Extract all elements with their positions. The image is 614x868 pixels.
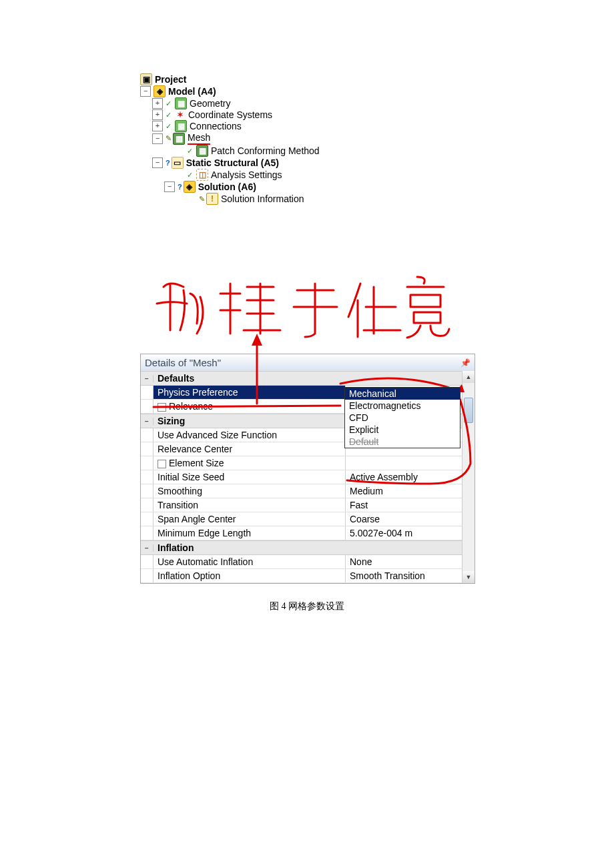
prop-name: Use Automatic Inflation: [154, 555, 346, 568]
info-icon: !: [206, 193, 218, 205]
collapse-icon[interactable]: −: [141, 418, 154, 425]
model-icon: ◈: [154, 85, 166, 97]
tree-label: Geometry: [190, 98, 230, 109]
check-icon: ✓: [166, 99, 174, 107]
collapse-icon[interactable]: −: [152, 157, 163, 168]
group-gutter: [141, 400, 154, 413]
prop-value[interactable]: 5.0027e-004 m: [346, 526, 475, 540]
coordinate-icon: ✶: [175, 109, 186, 120]
question-icon: ?: [178, 183, 182, 191]
checkbox-icon[interactable]: [158, 460, 166, 468]
prop-value[interactable]: [346, 456, 475, 470]
scroll-thumb[interactable]: [464, 398, 473, 423]
tree-item-analysis-settings[interactable]: ✓ ◫ Analysis Settings: [176, 169, 474, 181]
row-min-edge-length[interactable]: Minimum Edge Length 5.0027e-004 m: [141, 526, 475, 540]
tree-item-coordinate-systems[interactable]: + ✓ ✶ Coordinate Systems: [152, 109, 474, 120]
mesh-icon: ▦: [196, 145, 208, 157]
tree-label: Coordinate Systems: [188, 109, 272, 120]
tree-item-mesh[interactable]: − ✎ ▦ Mesh: [152, 132, 474, 145]
edit-icon: ✎: [199, 195, 205, 203]
scrollbar[interactable]: ▲ ▼: [462, 371, 475, 583]
option-electromagnetics[interactable]: Electromagnetics: [345, 400, 460, 412]
mesh-icon: ▦: [173, 133, 185, 145]
geometry-icon: ▦: [175, 97, 187, 109]
prop-name: Transition: [154, 498, 346, 512]
tree-label: Connections: [190, 121, 242, 131]
tree-item-geometry[interactable]: + ✓ ▦ Geometry: [152, 97, 474, 109]
figure-caption: 图 4 网格参数设置: [140, 600, 474, 612]
edit-icon: ✎: [166, 134, 172, 143]
expand-icon[interactable]: +: [152, 98, 163, 109]
outline-tree: ▣ Project − ◈ Model (A4) + ✓ ▦ Geometry …: [140, 73, 474, 205]
prop-value[interactable]: Fast: [346, 498, 475, 512]
pin-icon[interactable]: 📌: [460, 358, 471, 368]
group-gutter: [141, 386, 154, 399]
group-label: Defaults: [154, 372, 475, 385]
static-icon: ▭: [172, 157, 184, 169]
tree-label: Project: [155, 74, 186, 85]
check-icon: ✓: [166, 111, 174, 119]
row-initial-size-seed[interactable]: Initial Size Seed Active Assembly: [141, 470, 475, 484]
prop-name: Inflation Option: [154, 569, 346, 582]
prop-name: Smoothing: [154, 484, 346, 498]
prop-name: Relevance Center: [154, 442, 346, 456]
prop-value[interactable]: Smooth Transition: [346, 569, 475, 582]
group-inflation[interactable]: − Inflation: [141, 540, 475, 555]
prop-name: Physics Preference: [154, 386, 346, 399]
tree-item-connections[interactable]: + ✓ ▦ Connections: [152, 120, 474, 132]
prop-value[interactable]: Coarse: [346, 512, 475, 526]
expand-icon[interactable]: +: [152, 121, 163, 131]
check-icon: ✓: [187, 147, 195, 155]
project-icon: ▣: [140, 73, 152, 85]
option-default[interactable]: Default: [345, 436, 460, 448]
group-gutter: [141, 484, 154, 498]
tree-label: Static Structural (A5): [186, 157, 279, 168]
collapse-icon[interactable]: −: [164, 181, 175, 192]
group-defaults[interactable]: − Defaults: [141, 371, 475, 386]
collapse-icon[interactable]: −: [152, 133, 163, 144]
row-transition[interactable]: Transition Fast: [141, 498, 475, 512]
tree-item-solution-info[interactable]: ✎ ! Solution Information: [188, 193, 474, 205]
group-gutter: [141, 526, 154, 540]
solution-icon: ◈: [184, 181, 196, 193]
tree-item-static-structural[interactable]: − ? ▭ Static Structural (A5): [152, 157, 474, 169]
row-element-size[interactable]: Element Size: [141, 456, 475, 470]
physics-preference-dropdown[interactable]: Mechanical Electromagnetics CFD Explicit…: [344, 387, 460, 448]
analysis-icon: ◫: [196, 169, 208, 181]
scroll-down-icon[interactable]: ▼: [463, 571, 475, 583]
details-title: Details of "Mesh": [145, 357, 221, 368]
prop-name: Relevance: [154, 400, 346, 413]
svg-marker-0: [252, 334, 262, 346]
collapse-icon[interactable]: −: [141, 544, 154, 552]
checkbox-icon[interactable]: [158, 403, 166, 412]
option-cfd[interactable]: CFD: [345, 412, 460, 424]
group-gutter: [141, 442, 154, 456]
details-title-bar: Details of "Mesh" 📌: [141, 354, 475, 371]
group-gutter: [141, 456, 154, 470]
row-span-angle-center[interactable]: Span Angle Center Coarse: [141, 512, 475, 526]
group-gutter: [141, 512, 154, 526]
group-gutter: [141, 428, 154, 442]
collapse-icon[interactable]: −: [141, 375, 154, 382]
prop-value[interactable]: None: [346, 555, 475, 568]
tree-item-model[interactable]: − ◈ Model (A4): [140, 85, 474, 97]
collapse-icon[interactable]: −: [140, 86, 151, 97]
tree-item-project[interactable]: ▣ Project: [140, 73, 474, 85]
row-auto-inflation[interactable]: Use Automatic Inflation None: [141, 555, 475, 569]
prop-name: Use Advanced Size Function: [154, 428, 346, 442]
row-smoothing[interactable]: Smoothing Medium: [141, 484, 475, 498]
scroll-up-icon[interactable]: ▲: [463, 371, 475, 383]
prop-value[interactable]: Active Assembly: [346, 470, 475, 484]
prop-value[interactable]: Medium: [346, 484, 475, 498]
group-gutter: [141, 470, 154, 484]
row-inflation-option[interactable]: Inflation Option Smooth Transition: [141, 569, 475, 583]
option-mechanical[interactable]: Mechanical: [345, 388, 460, 400]
tree-label: Patch Conforming Method: [211, 145, 320, 156]
tree-label: Model (A4): [168, 86, 216, 97]
option-explicit[interactable]: Explicit: [345, 424, 460, 436]
tree-item-patch-conforming[interactable]: ✓ ▦ Patch Conforming Method: [176, 145, 474, 157]
group-gutter: [141, 498, 154, 512]
group-gutter: [141, 555, 154, 568]
expand-icon[interactable]: +: [152, 109, 163, 120]
tree-item-solution[interactable]: − ? ◈ Solution (A6): [164, 181, 474, 193]
